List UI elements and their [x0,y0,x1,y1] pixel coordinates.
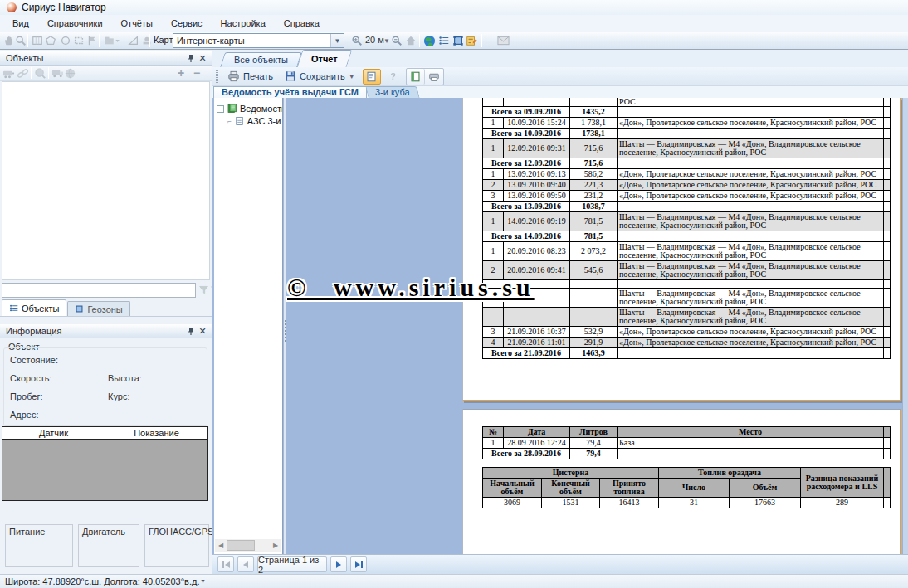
column-header: Место [618,427,884,438]
column-header: Дата [504,427,570,438]
menu-item-вид[interactable]: Вид [3,15,38,32]
layers-dropdown-icon[interactable] [103,34,121,47]
ruler-icon[interactable] [127,34,140,47]
report-row: 321.09.2016 10:37532,9«Дон», Пролетарско… [483,327,891,338]
tree-expander-icon[interactable]: − [217,105,224,113]
notes-edit-icon[interactable] [465,34,478,47]
menu-item-справка[interactable]: Справка [275,15,329,32]
report-viewport[interactable]: РОСВсего за 09.09.20161435,2110.09.2016 … [286,98,908,554]
sidebar-tab-geozones[interactable]: Геозоны [67,301,129,316]
document-tab-bar: Все объекты Отчет [212,50,908,67]
collapse-all-icon[interactable]: − [193,66,200,80]
zoom-out-icon[interactable] [390,34,403,47]
scroll-left-icon[interactable]: ◀ [215,539,227,552]
home-icon[interactable] [404,34,417,47]
report-tab-cube[interactable]: 3-и куба [367,86,418,98]
cell-liters: 781,5 [570,212,618,231]
sensor-col-header[interactable]: Датчик [2,427,105,439]
filter-icon[interactable] [198,284,209,295]
first-page-icon [225,561,230,568]
print-button[interactable]: Печать [223,70,277,83]
report-tab-vedomost[interactable]: Ведомость учёта выдачи ГСМ [213,86,367,98]
polygon-select-icon[interactable] [44,34,57,47]
close-icon[interactable]: ✕ [197,326,208,337]
menu-bar: ВидСправочникиОтчётыСервисНастройкаСправ… [0,15,908,32]
cell-extra [884,212,891,231]
first-page-button[interactable] [217,556,234,572]
summary-group-header-row: ЦистернаТоплив ораздачаРазница показаний… [483,468,891,479]
print-layout-button[interactable] [425,69,443,85]
globe-icon[interactable] [422,34,436,47]
power-groupbox: Питание [5,524,73,567]
pan-hand-icon[interactable] [2,34,15,47]
scroll-thumb[interactable] [227,540,255,551]
objects-list[interactable] [2,81,210,280]
flag-icon[interactable] [85,34,99,47]
vehicle-message-icon[interactable] [51,67,64,80]
report-row: 112.09.2016 09:31715,6Шахты — Владимиров… [483,139,891,158]
save-dropdown-icon[interactable]: ▼ [349,73,355,80]
save-button[interactable]: Сохранить ▼ [281,70,359,83]
globe-search-icon[interactable] [34,67,46,80]
sensor-col-header[interactable]: Показание [105,427,207,439]
globe-small-icon[interactable] [64,67,76,80]
object-list-icon[interactable] [437,34,451,47]
objects-filter-input[interactable] [2,283,196,298]
zoom-in-icon[interactable] [350,34,364,47]
map-area-icon[interactable] [31,34,44,47]
summary-value: 289 [801,498,884,508]
coordinates-text: Широта: 47.88920°с.ш. Долгота: 40.05203°… [5,576,199,586]
rect-select-icon[interactable] [72,34,85,47]
toggle-parameters-button[interactable] [363,69,381,85]
map-select[interactable]: Интернет-карты ▼ [173,33,344,48]
next-page-button[interactable] [330,556,347,572]
menu-item-сервис[interactable]: Сервис [162,15,212,32]
pin-icon[interactable] [185,326,197,337]
filter-clear-icon[interactable] [209,284,212,295]
report-total-row: Всего за 21.09.20161463,9 [483,348,891,359]
tree-item-root[interactable]: − Ведомость учёта выдачи ГСМ [217,104,283,114]
cell-date: 21.09.2016 10:37 [504,327,570,338]
close-icon[interactable]: ✕ [197,53,208,64]
report-tab-strip: Ведомость учёта выдачи ГСМ 3-и куба [212,86,908,98]
menu-item-настройка[interactable]: Настройка [212,15,275,32]
cell-extra [884,348,891,359]
next-page-icon [336,561,341,568]
menu-item-отчёты[interactable]: Отчёты [112,15,162,32]
scroll-right-icon[interactable]: ▶ [270,539,281,552]
tree-item-child[interactable]: ⌐ АЗС 3-и куба [227,116,283,126]
cell-num [483,98,504,107]
menu-item-справочники[interactable]: Справочники [38,15,112,32]
zoom-scale-value[interactable]: 20 м [365,35,384,45]
cell-place [618,129,884,139]
mail-icon[interactable] [496,34,510,47]
help-button[interactable]: ? [384,69,403,85]
last-page-button[interactable] [350,556,367,572]
cell-total-liters: 1738,1 [570,129,618,139]
prev-page-button[interactable] [237,556,254,572]
report-v-scrollbar[interactable] [902,98,908,554]
expand-all-icon[interactable]: + [178,66,184,80]
tab-report[interactable]: Отчет [300,50,349,67]
object-list-icon [9,304,18,313]
chevron-down-icon[interactable]: ▼ [330,34,344,47]
sidebar-tab-objects[interactable]: Объекты [2,299,66,316]
objects-panel-header: Объекты ✕ [0,51,212,66]
pin-icon[interactable] [185,53,197,64]
zoom-scale-caret-icon[interactable]: ▼ [383,37,390,45]
stamp-icon[interactable] [140,34,154,47]
map-select-value: Интернет-карты [173,36,330,46]
report-total-row: Всего за 10.09.20161738,1 [483,129,891,139]
cell-extra [884,449,891,459]
tree-h-scrollbar[interactable]: ◀ ▶ [215,539,281,552]
report-page-1: РОСВсего за 09.09.20161435,2110.09.2016 … [462,98,901,401]
status-caret-icon[interactable]: ▼ [200,578,206,584]
geozone-icon[interactable] [452,34,465,47]
add-vehicle-icon[interactable] [2,67,15,80]
link-icon[interactable] [17,67,29,80]
circle-select-icon[interactable] [59,34,72,47]
tab-label: Отчет [311,54,338,64]
zoom-select-icon[interactable] [14,34,27,47]
tab-all-objects[interactable]: Все объекты [222,52,300,67]
page-view-button[interactable] [407,69,425,85]
